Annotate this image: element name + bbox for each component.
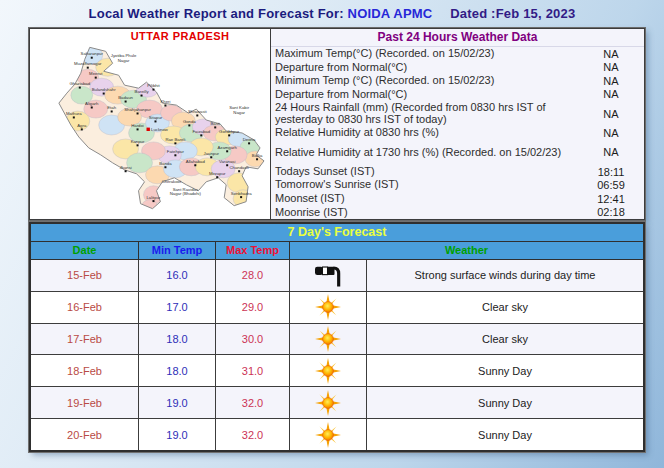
district-dot: [141, 95, 143, 97]
district-dot: [194, 164, 196, 166]
district-dot: [196, 114, 198, 116]
forecast-max-temp: 32.0: [216, 387, 290, 418]
title-prefix: Local Weather Report and Forecast For:: [89, 6, 344, 21]
district-label: Basti: [210, 121, 220, 126]
district-label: Badaun: [118, 95, 133, 100]
district-label: Sant RavidasNagar (Bhadohi): [170, 187, 202, 197]
district-label: Faizabad: [193, 129, 211, 134]
district-dot: [174, 142, 176, 144]
station-marker: [147, 128, 150, 131]
forecast-weather-text: Sunny Day: [367, 419, 643, 450]
column-header-min-temp: Min Temp: [139, 242, 216, 259]
district-label: Sonbhadra: [231, 191, 252, 196]
district-label: Azamgarh: [217, 145, 237, 150]
district-label: Kanpur: [131, 139, 145, 144]
district-dot: [152, 200, 154, 202]
district-dot: [200, 134, 202, 136]
district-label: Saharanpur: [81, 51, 104, 56]
past24-row-value: 06:59: [578, 179, 644, 191]
district-label: Ballia: [252, 153, 263, 158]
district-dot: [125, 170, 127, 172]
district-dot: [188, 124, 190, 126]
district-dot: [79, 87, 81, 89]
past24-row-value: NA: [578, 146, 644, 158]
forecast-weather-icon-cell: [290, 387, 367, 418]
past24-row-label: Tomorrow's Sunrise (IST): [271, 179, 578, 191]
forecast-row: 17-Feb18.030.0 Clear sky: [31, 324, 643, 356]
forecast-max-temp: 30.0: [216, 324, 290, 355]
district-label: Jhansi: [119, 165, 131, 170]
district-label: Deoria: [243, 137, 256, 142]
district-dot: [103, 93, 105, 95]
past24-row: Maximum Temp(°C) (Recorded. on 15/02/23)…: [271, 47, 644, 61]
forecast-date: 15-Feb: [31, 260, 139, 291]
district-label: Jaunpur: [204, 151, 220, 156]
forecast-row: 20-Feb19.032.0 Sunny Day: [31, 419, 643, 450]
district-dot: [226, 150, 228, 152]
sun-icon: [315, 326, 341, 352]
district-dot: [226, 164, 228, 166]
district-label: Lalitpur: [146, 195, 161, 200]
past24-row-label: Departure from Normal(°C): [271, 89, 578, 101]
forecast-weather-icon-cell: [290, 292, 367, 323]
district-dot: [91, 57, 93, 59]
sun-icon: [315, 294, 341, 320]
district-dot: [125, 101, 127, 103]
district-label: Gorakhpur: [219, 129, 240, 134]
windsock-icon: [313, 262, 343, 288]
district-label: Hardoi: [131, 123, 144, 128]
district-label: Mirzapur: [209, 171, 226, 176]
past24-row-label: Relative Humidity at 0830 hrs (%): [271, 127, 578, 139]
district-label: Rae Bareli: [165, 137, 185, 142]
forecast-weather-icon-cell: [290, 324, 367, 355]
district-dot: [81, 128, 83, 130]
forecast-date: 20-Feb: [31, 419, 139, 450]
past24-row-label: Minimum Temp (°C) (Recorded. on 15/02/23…: [271, 75, 578, 87]
column-header-date: Date: [31, 242, 139, 259]
forecast-weather-text: Strong surface winds during day time: [367, 260, 643, 291]
district-dot: [73, 116, 75, 118]
district-label: Banda: [159, 161, 172, 166]
district-label: Meerut: [89, 71, 103, 76]
past24-row: Tomorrow's Sunrise (IST)06:59: [271, 178, 644, 192]
past24-row-value: NA: [578, 75, 644, 87]
district-label: Chitrakoot: [162, 179, 182, 184]
column-header-max-temp: Max Temp: [216, 242, 290, 259]
forecast-rows: 15-Feb16.028.0 Strong surface winds duri…: [31, 260, 643, 450]
district-dot: [238, 170, 240, 172]
forecast-max-temp: 28.0: [216, 260, 290, 291]
past24-row: Moonset (IST)12:41: [271, 192, 644, 206]
district-dot: [164, 105, 166, 107]
forecast-row: 19-Feb19.032.0 Sunny Day: [31, 387, 643, 419]
forecast-min-temp: 19.0: [139, 387, 216, 418]
district-label: Sant KabirNagar: [229, 105, 249, 115]
column-header-weather: Weather: [290, 242, 643, 259]
district-dot: [214, 126, 216, 128]
past24-row-value: NA: [578, 108, 644, 120]
district-label: Sitapur: [149, 115, 163, 120]
forecast-min-temp: 18.0: [139, 355, 216, 386]
district-dot: [137, 128, 139, 130]
past24-row: 24 Hours Rainfall (mm) (Recorded from 08…: [271, 101, 644, 126]
forecast-weather-text: Clear sky: [367, 324, 643, 355]
district-dot: [91, 106, 93, 108]
sun-icon: [315, 358, 341, 384]
forecast-max-temp: 29.0: [216, 292, 290, 323]
uttar-pradesh-map: SaharanpurMuzaffarnagarJyotiba PhuleNaga…: [30, 43, 269, 215]
forecast-min-temp: 19.0: [139, 419, 216, 450]
district-label: Bareilly: [135, 89, 150, 94]
district-label: Chandauli: [230, 165, 249, 170]
forecast-weather-text: Clear sky: [367, 292, 643, 323]
past24-header: Past 24 Hours Weather Data: [271, 29, 644, 47]
top-section: UTTAR PRADESH: [29, 28, 645, 220]
past24-row-value: 12:41: [578, 193, 644, 205]
past24-row-label: Todays Sunset (IST): [271, 166, 578, 178]
past24-row: Relative Humidity at 1730 hrs (%) (Recor…: [271, 140, 644, 165]
district-label: Shahjahanpur: [124, 107, 151, 112]
past24-row-value: NA: [578, 48, 644, 60]
district-dot: [228, 134, 230, 136]
sun-icon: [315, 390, 341, 416]
forecast-max-temp: 32.0: [216, 419, 290, 450]
forecast-min-temp: 17.0: [139, 292, 216, 323]
past24-rows: Maximum Temp(°C) (Recorded. on 15/02/23)…: [271, 47, 644, 219]
